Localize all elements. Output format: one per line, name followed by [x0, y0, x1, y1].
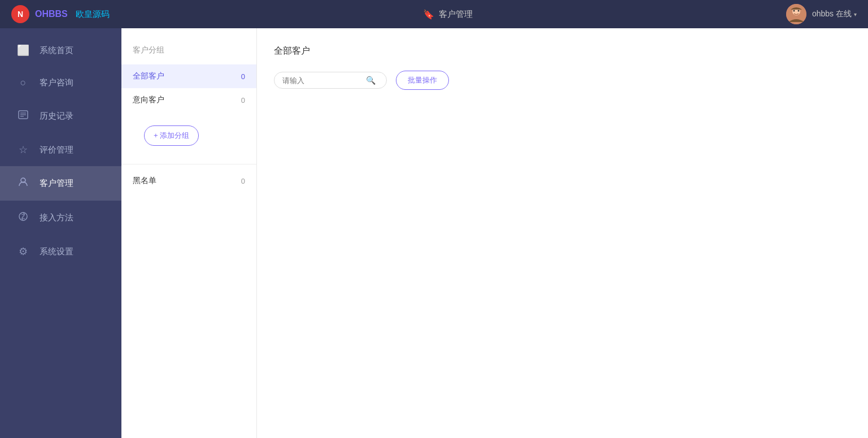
brand-sub: 欧皇源码 [76, 9, 110, 20]
search-icon: 🔍 [366, 76, 376, 85]
brand-name: OHBBS [35, 9, 68, 19]
sidebar-label-history: 历史记录 [40, 111, 73, 122]
top-header: N OHBBS 欧皇源码 🔖 客户管理 ohbbs 在线 ▾ [0, 0, 868, 28]
avatar [786, 4, 806, 24]
main-layout: ⬜ 系统首页 ○ 客户咨询 历史记录 ☆ 评价管理 [0, 28, 868, 438]
content-area: 全部客户 🔍 批量操作 [257, 28, 868, 438]
settings-icon: ⚙ [17, 245, 29, 258]
sidebar-item-consult[interactable]: ○ 客户咨询 [0, 67, 121, 99]
header-title: 🔖 客户管理 [423, 9, 473, 20]
home-icon: ⬜ [17, 44, 29, 57]
search-input[interactable] [282, 76, 361, 85]
sidebar-item-history[interactable]: 历史记录 [0, 99, 121, 133]
add-group-button[interactable]: + 添加分组 [144, 125, 199, 146]
sidebar-item-settings[interactable]: ⚙ 系统设置 [0, 235, 121, 268]
group-item-all[interactable]: 全部客户 0 [121, 64, 256, 88]
content-toolbar: 🔍 批量操作 [274, 71, 851, 90]
sidebar: ⬜ 系统首页 ○ 客户咨询 历史记录 ☆ 评价管理 [0, 28, 121, 438]
svg-point-2 [793, 10, 795, 12]
history-icon [17, 109, 29, 123]
batch-operation-button[interactable]: 批量操作 [396, 71, 449, 90]
access-icon [17, 211, 29, 225]
user-dropdown-arrow: ▾ [854, 11, 857, 18]
group-item-potential[interactable]: 意向客户 0 [121, 88, 256, 112]
search-box[interactable]: 🔍 [274, 72, 387, 89]
group-count-all: 0 [241, 72, 245, 81]
sidebar-item-home[interactable]: ⬜ 系统首页 [0, 34, 121, 67]
sidebar-item-customers[interactable]: 客户管理 [0, 166, 121, 201]
blacklist-count: 0 [241, 177, 245, 185]
sidebar-label-rating: 评价管理 [40, 145, 73, 155]
bookmark-icon: 🔖 [423, 9, 434, 20]
group-count-potential: 0 [241, 96, 245, 105]
content-title: 全部客户 [274, 45, 851, 57]
sidebar-label-home: 系统首页 [40, 45, 73, 56]
sidebar-label-settings: 系统设置 [40, 246, 73, 257]
logo-icon: N [11, 5, 29, 23]
customers-icon [17, 176, 29, 190]
sidebar-item-rating[interactable]: ☆ 评价管理 [0, 133, 121, 166]
header-right[interactable]: ohbbs 在线 ▾ [786, 4, 857, 24]
blacklist-item[interactable]: 黑名单 0 [121, 169, 256, 193]
svg-point-3 [797, 10, 799, 12]
second-sidebar-title: 客户分组 [121, 40, 256, 64]
rating-icon: ☆ [17, 144, 29, 156]
sidebar-label-consult: 客户咨询 [40, 77, 73, 88]
group-label-potential: 意向客户 [133, 95, 164, 105]
consult-icon: ○ [17, 77, 29, 89]
header-left: N OHBBS 欧皇源码 [11, 5, 110, 23]
sidebar-item-access[interactable]: 接入方法 [0, 201, 121, 235]
sidebar-label-customers: 客户管理 [40, 178, 73, 189]
second-sidebar: 客户分组 全部客户 0 意向客户 0 + 添加分组 黑名单 0 [121, 28, 257, 438]
user-status[interactable]: ohbbs 在线 ▾ [812, 9, 857, 19]
blacklist-label: 黑名单 [133, 176, 156, 186]
group-label-all: 全部客户 [133, 71, 164, 81]
divider [121, 164, 256, 164]
sidebar-label-access: 接入方法 [40, 213, 73, 223]
